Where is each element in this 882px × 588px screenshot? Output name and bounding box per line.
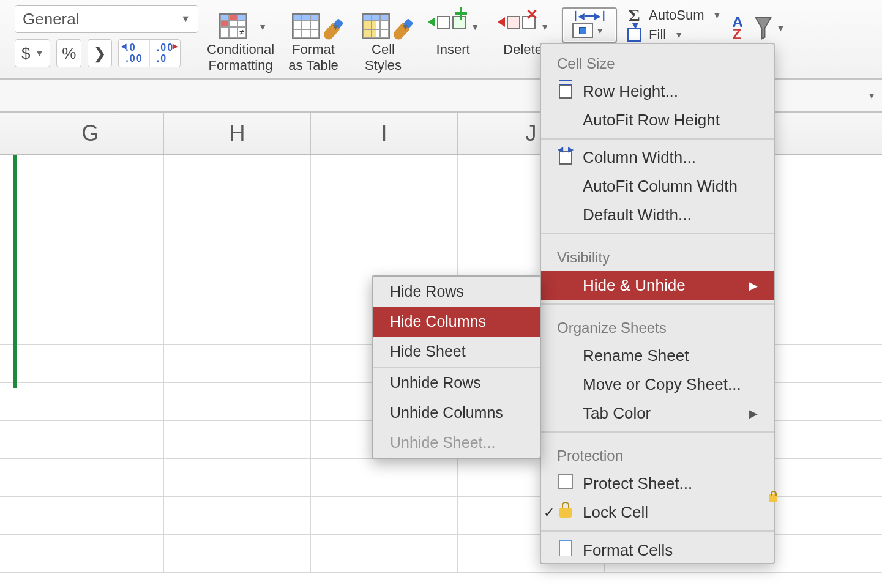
chevron-right-icon: ▶	[749, 407, 758, 420]
menu-item-row-height[interactable]: Row Height...	[541, 77, 774, 106]
menu-section-cell-size: Cell Size	[541, 44, 774, 77]
conditional-formatting-label-1: Conditional	[207, 42, 274, 58]
menu-separator	[541, 303, 774, 305]
autosum-label: AutoSum	[649, 7, 704, 23]
sigma-icon: Σ	[628, 5, 640, 26]
format-button[interactable]: ┃◀━━▶┃ ▼	[562, 7, 617, 43]
lock-icon	[559, 508, 572, 518]
cell-styles-label-1: Cell	[365, 42, 402, 58]
delete-cells-icon: ✕	[501, 9, 540, 37]
number-group: General ▼ $ ▼ % ❯ ◀ .0 .00	[15, 5, 198, 67]
cell-styles-button[interactable]: ▼ Cell Styles	[353, 5, 414, 74]
menu-separator	[541, 138, 774, 140]
chevron-down-icon: ▼	[256, 22, 269, 32]
fill-down-icon	[627, 28, 641, 42]
menu-separator	[541, 530, 774, 532]
comma-format-button[interactable]: ❯	[88, 39, 112, 67]
chevron-down-icon: ▼	[711, 10, 724, 20]
chevron-down-icon: ▼	[329, 22, 342, 32]
format-as-table-icon	[292, 13, 320, 39]
chevron-right-icon: ▶	[749, 279, 758, 292]
format-as-table-label-2: as Table	[288, 58, 338, 73]
column-width-icon: ◀▶	[559, 151, 572, 165]
menu-item-protect-sheet[interactable]: Protect Sheet...	[541, 469, 774, 498]
conditional-formatting-button[interactable]: ≠ ▼ Conditional Formatting	[207, 5, 274, 74]
chevron-down-icon: ▼	[593, 26, 607, 35]
menu-item-format-cells[interactable]: Format Cells	[541, 535, 774, 560]
increase-decimal-icon: .0 .00	[125, 42, 143, 64]
chevron-down-icon: ▼	[32, 48, 46, 58]
menu-section-protection: Protection	[541, 436, 774, 469]
menu-separator	[541, 431, 774, 433]
insert-cells-icon	[432, 9, 471, 37]
menu-item-autofit-row-height[interactable]: AutoFit Row Height	[541, 106, 774, 135]
menu-section-visibility: Visibility	[541, 238, 774, 271]
format-cells-icon	[559, 540, 572, 560]
filter-funnel-icon	[754, 16, 772, 40]
format-as-table-label-1: Format	[288, 42, 338, 58]
menu-item-tab-color[interactable]: Tab Color ▶	[541, 399, 774, 428]
cell-styles-label-2: Styles	[365, 58, 402, 73]
column-header-gutter[interactable]	[0, 113, 17, 154]
number-format-select[interactable]: General ▼	[15, 5, 198, 33]
menu-item-column-width[interactable]: ◀▶ Column Width...	[541, 143, 774, 172]
chevron-down-icon: ▼	[398, 22, 412, 32]
submenu-item-hide-columns[interactable]: Hide Columns	[373, 307, 540, 337]
percent-format-button[interactable]: %	[56, 39, 81, 67]
increase-decimal-button[interactable]: ◀ .0 .00	[119, 40, 149, 67]
menu-item-rename-sheet[interactable]: Rename Sheet	[541, 341, 774, 370]
menu-item-hide-unhide[interactable]: Hide & Unhide ▶	[541, 271, 774, 300]
row-height-icon	[559, 85, 572, 99]
decimal-buttons: ◀ .0 .00 ▶ .00 .0	[118, 39, 181, 67]
conditional-formatting-label-2: Formatting	[207, 58, 274, 73]
currency-icon: $	[21, 44, 30, 63]
submenu-item-hide-sheet[interactable]: Hide Sheet	[373, 337, 540, 367]
chevron-down-icon: ▼	[538, 22, 551, 32]
insert-label: Insert	[436, 42, 470, 58]
accounting-format-button[interactable]: $ ▼	[15, 39, 50, 67]
editing-group: Σ AutoSum ▼ Fill ▼	[626, 5, 723, 43]
percent-icon: %	[62, 44, 76, 63]
autosum-button[interactable]: Σ AutoSum ▼	[626, 7, 723, 23]
column-header-i[interactable]: I	[311, 113, 458, 154]
comma-icon: ❯	[93, 44, 107, 63]
format-cell-icon	[572, 23, 593, 38]
number-format-value: General	[23, 10, 80, 29]
delete-label: Delete	[503, 42, 542, 58]
insert-button[interactable]: ▼ Insert	[422, 5, 484, 74]
format-width-icon: ┃◀━━▶┃	[573, 11, 606, 21]
sort-filter-button[interactable]: AZ ▼	[732, 5, 793, 43]
submenu-item-hide-rows[interactable]: Hide Rows	[373, 277, 540, 307]
fill-button[interactable]: Fill ▼	[626, 27, 723, 43]
fill-label: Fill	[649, 27, 666, 43]
submenu-item-unhide-sheet: Unhide Sheet...	[373, 428, 540, 458]
column-header-h[interactable]: H	[164, 113, 311, 154]
selection-edge	[13, 155, 17, 388]
decrease-decimal-icon: .00 .0	[157, 42, 174, 64]
chevron-down-icon: ▼	[672, 30, 686, 40]
chevron-down-icon: ▼	[468, 22, 482, 32]
checkmark-icon: ✓	[544, 505, 555, 521]
format-as-table-button[interactable]: ▼ Format as Table	[283, 5, 344, 74]
hide-unhide-submenu: Hide Rows Hide Columns Hide Sheet Unhide…	[372, 275, 541, 459]
conditional-formatting-icon: ≠	[219, 13, 247, 39]
menu-item-move-copy-sheet[interactable]: Move or Copy Sheet...	[541, 370, 774, 399]
chevron-down-icon: ▼	[774, 23, 787, 33]
decrease-decimal-button[interactable]: ▶ .00 .0	[149, 40, 180, 67]
format-dropdown-menu: Cell Size Row Height... AutoFit Row Heig…	[540, 43, 775, 564]
chevron-down-icon: ▼	[181, 13, 190, 24]
expand-formula-bar-icon[interactable]: ▼	[867, 91, 876, 100]
sort-az-icon: AZ	[732, 13, 753, 43]
submenu-item-unhide-rows[interactable]: Unhide Rows	[373, 368, 540, 398]
menu-item-lock-cell[interactable]: ✓ Lock Cell	[541, 498, 774, 527]
menu-separator	[541, 233, 774, 234]
menu-item-default-width[interactable]: Default Width...	[541, 201, 774, 229]
menu-item-autofit-column-width[interactable]: AutoFit Column Width	[541, 172, 774, 201]
menu-section-organize-sheets: Organize Sheets	[541, 308, 774, 341]
submenu-item-unhide-columns[interactable]: Unhide Columns	[373, 398, 540, 428]
protect-sheet-icon	[558, 474, 573, 493]
cell-styles-icon	[362, 13, 390, 39]
column-header-g[interactable]: G	[17, 113, 164, 154]
